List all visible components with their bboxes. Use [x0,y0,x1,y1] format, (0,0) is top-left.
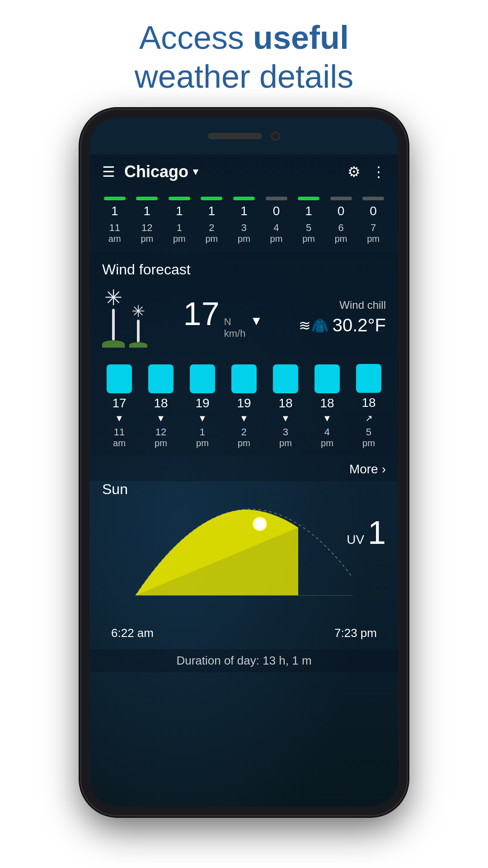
uv-indicator-1 [136,197,158,200]
wind-bar-time-1: 12 [155,426,167,438]
uv-time-5: 4 [270,222,283,234]
uv-indicator-6 [298,197,319,200]
uv-time-6: 5 [302,222,315,234]
wind-bar-item-5: 18 ▼ 4 pm [314,364,340,448]
wind-bar-rect-1 [148,364,174,393]
dropdown-arrow-icon: ▾ [193,166,198,178]
uv-period-4: pm [238,234,250,244]
wind-bar-time-6: 5 [362,426,375,438]
svg-point-1 [253,518,266,530]
uv-val-3: 1 [208,204,216,218]
uv-period-0: am [108,234,121,244]
sun-arc-container: UV 1 [102,505,386,623]
hamburger-icon[interactable]: ☰ [102,163,115,180]
wind-turbines: ✳ ✳ [102,287,147,348]
wind-bars-section: 17 ▼ 11 am 18 ▼ 12 pm 19 ▼ 1 pm 19 ▼ 2 p… [89,357,399,456]
uv-val-4: 1 [240,204,248,218]
wind-chill-value-row: ≋🧥 30.2°F [299,315,386,335]
uv-time-8: 7 [367,222,380,234]
wind-bar-period-2: pm [196,438,209,448]
uv-bar-item-4: 1 3 pm [233,197,255,244]
wind-bar-speed-3: 19 [237,396,251,410]
uv-indicator-3 [201,197,222,200]
sunset-time: 7:23 pm [334,626,377,640]
wind-bar-arrow-5: ▼ [323,413,332,424]
gear-icon[interactable]: ⚙ [347,163,361,180]
wind-unit-label: km/h [224,328,246,340]
phone-shell: ☰ Chicago ▾ ⚙ ⋮ 1 11 [81,110,407,815]
uv-val-2: 1 [176,204,183,218]
wind-direction-label: N [224,316,231,328]
city-selector[interactable]: Chicago ▾ [124,162,198,181]
wind-bar-arrow-0: ▼ [115,413,124,424]
wind-bar-item-1: 18 ▼ 12 pm [148,364,174,448]
wind-bar-item-6: 18 ↗ 5 pm [356,364,381,448]
uv-indicator-0 [104,197,126,200]
more-button[interactable]: More › [349,462,386,476]
phone-wrapper: ☰ Chicago ▾ ⚙ ⋮ 1 11 [81,110,407,815]
more-icon[interactable]: ⋮ [371,163,386,180]
top-bar-actions: ⚙ ⋮ [347,163,386,180]
wind-bar-period-4: pm [279,438,292,448]
uv-bar-item-3: 1 2 pm [201,197,222,244]
wind-bar-rect-0 [107,364,132,393]
uv-time-3: 2 [206,222,218,234]
uv-val-1: 1 [144,204,151,218]
uv-number: 1 [368,514,386,551]
wind-bar-time-2: 1 [196,426,209,438]
wind-chill-temp: 30.2°F [333,315,386,335]
wind-bar-rect-2 [190,364,215,393]
wind-bar-item-2: 19 ▼ 1 pm [190,364,215,448]
uv-bar-item-1: 1 12 pm [136,197,158,244]
uv-time-0: 11 [108,222,121,234]
wind-bar-arrow-1: ▼ [156,413,165,424]
wind-bar-item-0: 17 ▼ 11 am [107,364,132,448]
header-bold: useful [253,19,349,56]
wind-bar-speed-1: 18 [154,396,168,410]
uv-period-8: pm [367,234,380,244]
uv-period-5: pm [270,234,283,244]
wind-bar-period-1: pm [155,438,167,448]
notch-bar [89,118,399,154]
uv-val-7: 0 [338,204,345,218]
turbine-1-body [112,309,115,340]
wind-bar-arrow-6: ↗ [365,413,373,424]
uv-time-1: 12 [141,222,153,234]
uv-time-7: 6 [335,222,347,234]
wind-bar-speed-6: 18 [361,396,375,410]
wind-bar-arrow-3: ▼ [239,413,249,424]
wind-bar-rect-5 [314,364,340,393]
wind-section-title: Wind forecast [102,261,386,278]
duration-row: Duration of day: 13 h, 1 m [89,649,399,672]
uv-val-8: 0 [370,204,377,218]
header-line2: weather details [135,58,353,94]
header-line1: Access [139,19,253,56]
wind-section: Wind forecast ✳ ✳ [89,252,399,357]
turbine-1-blades: ✳ [104,287,122,309]
wind-bar-rect-6 [356,364,381,393]
wind-bar-item-4: 18 ▼ 3 pm [273,364,298,448]
uv-indicator-8 [362,197,384,200]
turbine-2: ✳ [129,303,147,348]
uv-bar-item-0: 1 11 am [104,197,126,244]
sun-label: Sun [102,481,386,498]
wind-main-row: ✳ ✳ [102,287,386,348]
uv-period-1: pm [141,234,153,244]
uv-bar-item-2: 1 1 pm [169,197,190,244]
wind-bar-speed-2: 19 [195,396,209,410]
uv-bar-item-7: 0 6 pm [330,197,352,244]
uv-indicator-5 [266,197,287,200]
turbine-1: ✳ [102,287,125,348]
page-header: Access useful weather details [108,0,380,110]
wind-bar-item-3: 19 ▼ 2 pm [231,364,257,448]
turbine-1-base [102,340,125,348]
top-bar: ☰ Chicago ▾ ⚙ ⋮ [89,154,399,189]
uv-time-2: 1 [173,222,186,234]
wind-bar-period-0: am [113,438,126,448]
wind-bar-time-5: 4 [321,426,333,438]
uv-val-5: 0 [273,204,280,218]
wind-bar-speed-5: 18 [320,396,334,410]
sun-times: 6:22 am 7:23 pm [102,626,386,640]
uv-val-6: 1 [305,204,312,218]
uv-period-7: pm [335,234,347,244]
